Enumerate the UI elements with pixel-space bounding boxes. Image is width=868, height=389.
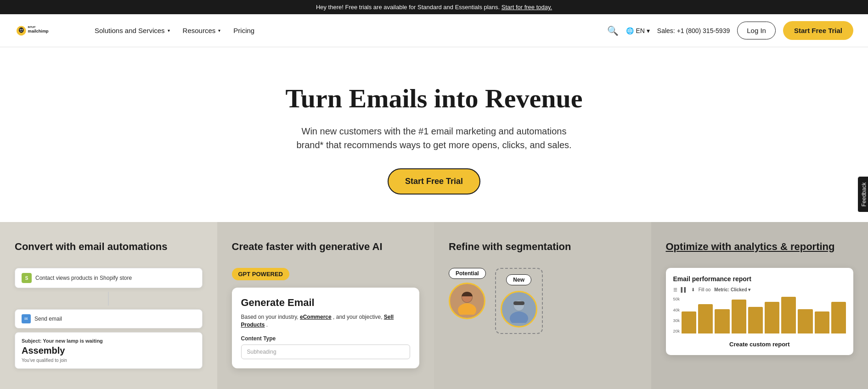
- chart-bar: [781, 297, 796, 333]
- hero-title: Turn Emails into Revenue: [9, 84, 859, 113]
- seg-dashed-container: New: [495, 268, 543, 334]
- mailchimp-logo-svg: INTUIT mailchimp: [15, 22, 74, 40]
- svg-point-9: [458, 303, 476, 315]
- gen-email-desc: Based on your industry, eCommerce , and …: [241, 313, 411, 329]
- email-icon: ✉: [22, 314, 31, 323]
- connector-line: [108, 292, 109, 306]
- content-type-label: Content Type: [241, 335, 411, 342]
- logo[interactable]: INTUIT mailchimp: [15, 22, 74, 40]
- generate-email-card: Generate Email Based on your industry, e…: [232, 288, 420, 368]
- create-report-label: Create custom report: [673, 341, 846, 348]
- chart-bar: [732, 300, 746, 334]
- analytics-link[interactable]: Optimize with analytics & reporting: [666, 241, 835, 252]
- features-grid: Convert with email automations S Contact…: [0, 222, 868, 389]
- chevron-down-icon: ▾: [168, 28, 170, 33]
- fill-icon: Fill oo: [699, 287, 711, 292]
- chevron-down-icon: ▾: [218, 28, 220, 33]
- email-brand: Assembly: [22, 345, 196, 356]
- analytics-card: Email performance report ☰ ▌▌ ⬇ Fill oo …: [666, 268, 854, 355]
- nav-resources-label: Resources: [183, 27, 216, 34]
- lang-label: EN: [636, 27, 644, 34]
- seg-avatar-man: [501, 291, 537, 328]
- nav-resources[interactable]: Resources ▾: [177, 23, 226, 38]
- email-body: You've qualified to join: [22, 358, 196, 363]
- chevron-down-icon: ▾: [647, 27, 650, 34]
- chart-bar: [682, 311, 696, 333]
- feedback-tab[interactable]: Feedback: [858, 177, 868, 212]
- navbar: INTUIT mailchimp Solutions and Services …: [0, 14, 868, 47]
- metric-selector[interactable]: Metric: Clicked ▾: [714, 287, 750, 292]
- sales-phone: Sales: +1 (800) 315-5939: [657, 27, 730, 34]
- bar-chart: [682, 297, 846, 333]
- hero-subtitle: Win new customers with the #1 email mark…: [287, 124, 581, 152]
- feature-segmentation-title: Refine with segmentation: [449, 240, 637, 254]
- shopify-trigger-text: Contact views products in Shopify store: [35, 275, 132, 281]
- language-selector[interactable]: 🌐 EN ▾: [626, 27, 649, 34]
- send-email-text: Send email: [34, 316, 62, 322]
- gpt-badge: GPT POWERED: [232, 268, 290, 280]
- analytics-toolbar: ☰ ▌▌ ⬇ Fill oo Metric: Clicked ▾: [673, 287, 846, 292]
- globe-icon: 🌐: [626, 27, 634, 34]
- email-preview-card: Subject: Your new lamp is waiting Assemb…: [15, 332, 203, 369]
- feature-analytics-title: Optimize with analytics & reporting: [666, 240, 854, 254]
- chart-bar: [765, 302, 779, 333]
- gen-link-ecommerce[interactable]: eCommerce: [300, 314, 332, 320]
- gen-email-title: Generate Email: [241, 297, 411, 309]
- chart-bar: [798, 309, 812, 333]
- login-button[interactable]: Log In: [737, 22, 776, 39]
- gen-desc-1: Based on your industry,: [241, 314, 300, 320]
- segmentation-ui: Potential New: [449, 268, 637, 334]
- seg-badge-potential: Potential: [449, 268, 486, 279]
- shopify-trigger-bar: S Contact views products in Shopify stor…: [15, 268, 203, 288]
- seg-badge-new: New: [506, 274, 531, 285]
- feature-automations: Convert with email automations S Contact…: [0, 222, 217, 389]
- content-type-placeholder: Subheading: [247, 349, 276, 355]
- seg-profile-potential: Potential: [449, 268, 486, 319]
- send-email-bar: ✉ Send email: [15, 309, 203, 328]
- banner-link[interactable]: Start for free today.: [502, 4, 552, 11]
- chart-bar: [831, 302, 846, 333]
- nav-pricing-label: Pricing: [233, 27, 254, 34]
- feature-ai-title: Create faster with generative AI: [232, 240, 420, 254]
- download-icon[interactable]: ⬇: [691, 287, 695, 292]
- feature-ai: Create faster with generative AI GPT POW…: [217, 222, 434, 389]
- chart-bar: [748, 307, 763, 334]
- hero-section: Turn Emails into Revenue Win new custome…: [0, 47, 868, 222]
- start-free-trial-nav-button[interactable]: Start Free Trial: [783, 21, 853, 40]
- svg-text:mailchimp: mailchimp: [28, 28, 49, 33]
- svg-point-5: [22, 29, 23, 30]
- seg-avatar-woman: [449, 283, 485, 319]
- nav-right: 🔍 🌐 EN ▾ Sales: +1 (800) 315-5939 Log In…: [607, 21, 853, 40]
- banner-text: Hey there! Free trials are available for…: [316, 4, 502, 11]
- list-view-icon[interactable]: ☰: [673, 287, 677, 292]
- email-subject: Subject: Your new lamp is waiting: [22, 338, 196, 344]
- feature-analytics: Optimize with analytics & reporting Emai…: [651, 222, 868, 389]
- gen-desc-2: , and your objective,: [333, 314, 384, 320]
- report-title: Email performance report: [673, 275, 846, 283]
- chart-bar: [815, 311, 829, 333]
- chart-area-container: [682, 297, 846, 337]
- chart-bar: [698, 304, 713, 333]
- top-banner: Hey there! Free trials are available for…: [0, 0, 868, 14]
- chart-row: 50k 40k 30k 20k: [673, 297, 846, 337]
- svg-point-4: [20, 29, 21, 30]
- automation-ui: S Contact views products in Shopify stor…: [15, 268, 203, 369]
- bar-chart-icon[interactable]: ▌▌: [681, 287, 688, 292]
- chart-bar: [715, 309, 729, 333]
- svg-text:INTUIT: INTUIT: [28, 25, 36, 28]
- search-icon[interactable]: 🔍: [607, 25, 619, 36]
- svg-point-1: [19, 27, 23, 33]
- y-axis-labels: 50k 40k 30k 20k: [673, 297, 680, 333]
- nav-solutions[interactable]: Solutions and Services ▾: [89, 23, 175, 38]
- shopify-icon: S: [22, 273, 32, 283]
- feature-automations-title: Convert with email automations: [15, 240, 203, 254]
- start-free-trial-hero-button[interactable]: Start Free Trial: [388, 168, 480, 194]
- feature-segmentation: Refine with segmentation Potential New: [434, 222, 651, 389]
- content-type-input[interactable]: Subheading: [241, 345, 411, 359]
- nav-links: Solutions and Services ▾ Resources ▾ Pri…: [89, 23, 607, 38]
- svg-rect-14: [513, 301, 524, 305]
- gen-desc-3: .: [266, 322, 268, 328]
- nav-pricing[interactable]: Pricing: [228, 23, 260, 38]
- nav-solutions-label: Solutions and Services: [95, 27, 165, 34]
- svg-point-12: [510, 311, 528, 323]
